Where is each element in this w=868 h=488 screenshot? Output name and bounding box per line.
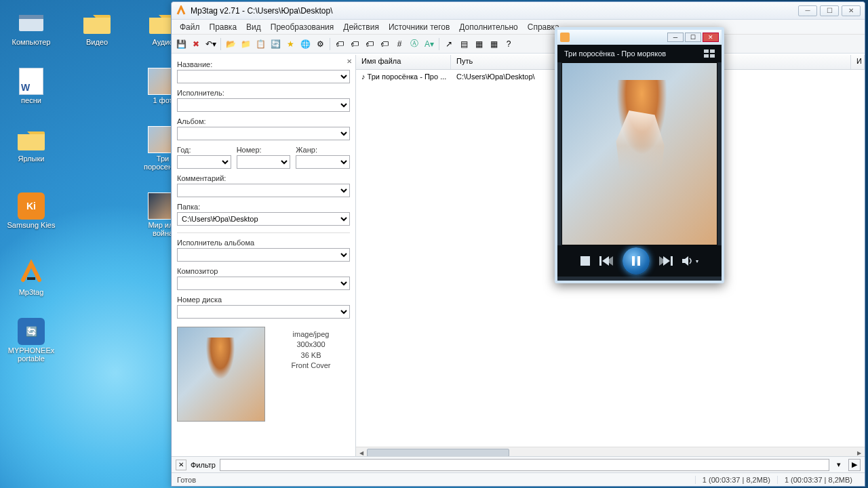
desktop-icon-video[interactable]: Видео bbox=[73, 9, 121, 46]
label: Ярлыки bbox=[18, 155, 45, 163]
player-volume-button[interactable]: ▾ bbox=[682, 256, 698, 266]
tb-copy-icon[interactable]: ▦ bbox=[472, 37, 486, 51]
tb-settings-icon[interactable]: ⚙ bbox=[313, 37, 327, 51]
panel-close-icon[interactable]: ✕ bbox=[344, 56, 354, 66]
tb-text2tag-icon[interactable]: 🏷 bbox=[378, 37, 391, 51]
tb-globe-icon[interactable]: 🌐 bbox=[298, 37, 312, 51]
menu-file[interactable]: Файл bbox=[176, 21, 204, 33]
menu-edit[interactable]: Правка bbox=[205, 21, 241, 33]
label: Видео bbox=[86, 38, 108, 46]
player-pause-button[interactable] bbox=[623, 247, 650, 274]
field-disc-label: Номер диска bbox=[177, 296, 350, 304]
field-album-input[interactable] bbox=[177, 127, 350, 140]
tb-favorite-icon[interactable]: ★ bbox=[283, 37, 297, 51]
col-i[interactable]: И bbox=[851, 55, 865, 69]
filter-input[interactable] bbox=[220, 459, 829, 471]
desktop-icon-computer[interactable]: Компьютер bbox=[7, 9, 56, 46]
field-title-input[interactable] bbox=[177, 70, 350, 83]
label: Mp3tag bbox=[19, 288, 44, 296]
status-bar: Готов 1 (00:03:37 | 8,2MB) 1 (00:03:37 |… bbox=[172, 472, 865, 486]
desktop-icon-myphoneex[interactable]: 🔄MYPHONEEx portable bbox=[7, 318, 56, 363]
tb-tag2file-icon[interactable]: 🏷 bbox=[333, 37, 347, 51]
tb-playlist-icon[interactable]: 📋 bbox=[254, 37, 267, 51]
titlebar[interactable]: Mp3tag v2.71 - C:\Users\Юра\Desktop\ ─ ☐… bbox=[172, 2, 865, 20]
status-selected: 1 (00:03:37 | 8,2MB) bbox=[695, 476, 777, 484]
player-album-art bbox=[561, 62, 717, 245]
menu-actions[interactable]: Действия bbox=[339, 21, 383, 33]
tb-tag2tag-icon[interactable]: 🏷 bbox=[363, 37, 376, 51]
window-title: Mp3tag v2.71 - C:\Users\Юра\Desktop\ bbox=[191, 6, 333, 16]
menu-tagsources[interactable]: Источники тегов bbox=[384, 21, 454, 33]
status-total: 1 (00:03:37 | 8,2MB) bbox=[777, 476, 859, 484]
filter-bar: ✕ Фильтр ▾ ▶ bbox=[172, 456, 865, 472]
tb-paste-icon[interactable]: ▦ bbox=[487, 37, 500, 51]
desktop-icon-shortcuts[interactable]: Ярлыки bbox=[7, 126, 56, 171]
filter-dropdown-icon[interactable]: ▾ bbox=[833, 460, 844, 469]
menu-convert[interactable]: Преобразования bbox=[267, 21, 338, 33]
tb-undo-icon[interactable]: ↶▾ bbox=[204, 37, 218, 51]
filter-clear-icon[interactable]: ✕ bbox=[176, 460, 186, 470]
tb-playlist2-icon[interactable]: ▤ bbox=[457, 37, 471, 51]
tb-actions-icon[interactable]: Ⓐ bbox=[408, 37, 421, 51]
player-track-title: Три поросёнка - Про моряков bbox=[564, 49, 666, 58]
tb-delete-icon[interactable]: ✖ bbox=[189, 37, 203, 51]
tb-openfolder-icon[interactable]: 📂 bbox=[224, 37, 237, 51]
tb-quickaction-icon[interactable]: A▾ bbox=[422, 37, 436, 51]
app-icon bbox=[176, 5, 186, 16]
player-maximize-button[interactable]: ☐ bbox=[685, 33, 701, 42]
field-year-label: Год: bbox=[177, 146, 231, 154]
svg-rect-10 bbox=[671, 256, 673, 266]
mp3tag-window: Mp3tag v2.71 - C:\Users\Юра\Desktop\ ─ ☐… bbox=[171, 1, 865, 487]
filter-label: Фильтр bbox=[191, 461, 216, 469]
tb-file2tag-icon[interactable]: 🏷 bbox=[348, 37, 361, 51]
field-album-label: Альбом: bbox=[177, 117, 350, 125]
player-stop-button[interactable] bbox=[580, 256, 590, 266]
player-minimize-button[interactable]: ─ bbox=[667, 33, 684, 42]
field-genre-input[interactable] bbox=[296, 155, 350, 169]
menu-extras[interactable]: Дополнительно bbox=[455, 21, 521, 33]
menu-view[interactable]: Вид bbox=[242, 21, 265, 33]
filter-go-icon[interactable]: ▶ bbox=[848, 459, 861, 471]
field-albumartist-input[interactable] bbox=[177, 248, 350, 262]
field-composer-input[interactable] bbox=[177, 277, 350, 290]
col-filename[interactable]: Имя файла bbox=[356, 55, 451, 69]
tb-export-icon[interactable]: ↗ bbox=[442, 37, 456, 51]
desktop-icon-mp3tag[interactable]: Mp3tag bbox=[7, 260, 56, 296]
svg-marker-11 bbox=[682, 256, 688, 266]
field-track-input[interactable] bbox=[237, 155, 291, 169]
field-albumartist-label: Исполнитель альбома bbox=[177, 239, 350, 247]
player-prev-button[interactable] bbox=[599, 256, 613, 266]
desktop-icon-songs[interactable]: песни bbox=[7, 68, 56, 104]
field-disc-input[interactable] bbox=[177, 305, 350, 319]
tb-number-icon[interactable]: # bbox=[393, 37, 406, 51]
svg-rect-6 bbox=[632, 256, 635, 266]
cover-meta: image/jpeg 300x300 36 KB Front Cover bbox=[272, 327, 350, 422]
field-artist-label: Исполнитель: bbox=[177, 89, 350, 97]
field-comment-input[interactable] bbox=[177, 184, 350, 197]
player-close-button[interactable]: ✕ bbox=[703, 33, 719, 42]
field-composer-label: Композитор bbox=[177, 267, 350, 275]
maximize-button[interactable]: ☐ bbox=[820, 5, 839, 16]
menubar: Файл Правка Вид Преобразования Действия … bbox=[172, 20, 865, 35]
tb-save-icon[interactable]: 💾 bbox=[174, 37, 188, 51]
desktop-icon-samsung-kies[interactable]: KiSamsung Kies bbox=[7, 192, 56, 237]
tb-refresh-icon[interactable]: 🔄 bbox=[269, 37, 282, 51]
player-titlebar[interactable]: ─ ☐ ✕ bbox=[557, 30, 722, 45]
minimize-button[interactable]: ─ bbox=[798, 5, 817, 16]
tb-addfolder-icon[interactable]: 📁 bbox=[239, 37, 252, 51]
media-player-window[interactable]: ─ ☐ ✕ Три поросёнка - Про моряков ▾ bbox=[555, 27, 724, 283]
close-button[interactable]: ✕ bbox=[842, 5, 861, 16]
label: Аудио bbox=[152, 38, 173, 46]
label: MYPHONEEx portable bbox=[7, 346, 56, 363]
field-title-label: Название: bbox=[177, 60, 350, 68]
field-folder-input[interactable]: C:\Users\Юра\Desktop bbox=[177, 212, 350, 226]
toolbar: 💾 ✖ ↶▾ 📂 📁 📋 🔄 ★ 🌐 ⚙ 🏷 🏷 🏷 🏷 # Ⓐ A▾ ↗ ▤ … bbox=[172, 35, 865, 54]
status-ready: Готов bbox=[177, 476, 196, 484]
tb-help-icon[interactable]: ? bbox=[502, 37, 515, 51]
field-artist-input[interactable] bbox=[177, 98, 350, 112]
cover-art[interactable] bbox=[177, 327, 265, 422]
music-note-icon: ♪ bbox=[361, 73, 368, 81]
player-next-button[interactable] bbox=[659, 256, 673, 266]
player-view-switch-icon[interactable] bbox=[704, 49, 715, 58]
field-year-input[interactable] bbox=[177, 155, 231, 169]
